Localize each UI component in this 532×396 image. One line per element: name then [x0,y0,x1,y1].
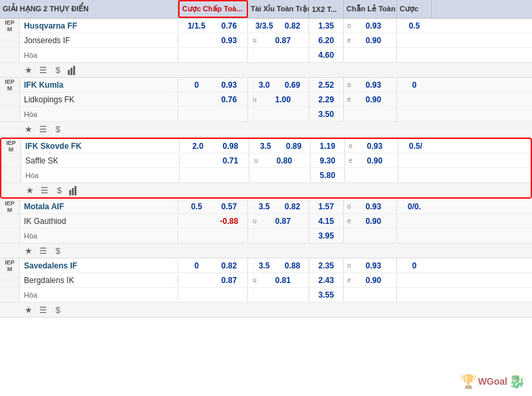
dollar-icon-match1[interactable]: $ [52,64,64,76]
dollar-icon-match4[interactable]: $ [52,245,64,257]
chan-val2-match5[interactable]: 0.90 [352,276,394,285]
x12-val3-match5[interactable]: 3.55 [311,290,342,300]
x12-val3-match3[interactable]: 5.80 [312,171,343,180]
chan-val1-match2[interactable]: 0.93 [352,80,394,90]
tai-val1-match5[interactable]: 0.88 [279,261,307,270]
cuoc-val1-match4[interactable]: 0/0. [398,202,430,211]
cuoc-val1-match5[interactable]: 0 [398,261,430,270]
team1-name-match1[interactable]: Husqvarna FF [24,21,77,31]
team2-name-match2[interactable]: Lidkopings FK [24,95,74,104]
tai-val1-match4[interactable]: 0.82 [279,202,307,211]
tai-val1-match2[interactable]: 0.69 [279,80,307,90]
chap-line-match5[interactable]: 0 [180,261,213,270]
x12-group1-match3: 1.19 [311,139,345,153]
x12-group3-match3: 5.80 [311,168,345,182]
team1-col-match2: IFK Kumla [20,79,178,91]
x12-val2-match2[interactable]: 2.29 [311,95,342,104]
list-icon-match1[interactable]: ☰ [37,64,49,76]
chan-val2-match3[interactable]: 0.90 [354,156,396,165]
cuoc-val1-match2[interactable]: 0 [398,80,430,90]
team2-name-match5[interactable]: Bergdalens IK [24,276,74,285]
chan-val2-match2[interactable]: 0.90 [352,95,394,104]
tai-line-match1[interactable]: 3/3.5 [250,21,279,31]
star-icon-match5[interactable]: ★ [23,304,35,316]
x12-val3-match4[interactable]: 3.95 [311,231,342,241]
x12-val1-match4[interactable]: 1.57 [311,202,342,211]
list-icon-match2[interactable]: ☰ [37,124,49,136]
chan-val1-match1[interactable]: 0.93 [352,21,394,31]
chap-line-match4[interactable]: 0.5 [180,202,213,211]
x12-val2-match1[interactable]: 6.20 [311,36,342,45]
chan-val2-match1[interactable]: 0.90 [352,36,394,45]
match-block-match3: IEPMIFK Skovde FK 2.0 0.98 3.5 0.89 1.19… [0,138,532,199]
cuoc-group2-match4 [397,214,432,228]
match-row-draw-match1: Hòa4.60 [0,48,532,62]
chap-val1-match1[interactable]: 0.76 [213,21,245,31]
tai-group2-match5: u 0.81 [248,273,309,287]
cuoc-val1-match3[interactable]: 0.5/ [400,142,432,151]
x12-val1-match2[interactable]: 2.52 [311,80,342,90]
dollar-icon-match3[interactable]: $ [53,185,65,197]
team1-name-match2[interactable]: IFK Kumla [24,80,63,90]
star-icon-match1[interactable]: ★ [23,64,35,76]
x12-group2-match4: 4.15 [309,214,344,228]
team1-name-match5[interactable]: Savedalens IF [24,261,77,270]
chap-val2-match4[interactable]: -0.88 [213,217,245,226]
x12-val1-match1[interactable]: 1.35 [311,21,342,31]
x12-val2-match5[interactable]: 2.43 [311,276,342,285]
tai-val2-match3[interactable]: 0.80 [261,156,308,165]
list-icon-match5[interactable]: ☰ [37,304,49,316]
tai-val1-match3[interactable]: 0.89 [280,142,309,151]
x12-val2-match3[interactable]: 9.30 [312,156,343,165]
x12-val2-match4[interactable]: 4.15 [311,217,342,226]
chap-val1-match4[interactable]: 0.57 [213,202,245,211]
tai-line-match5[interactable]: 3.5 [250,261,279,270]
star-icon-match3[interactable]: ★ [24,185,36,197]
team2-name-match1[interactable]: Jonsereds IF [24,36,70,45]
chap-line-match1[interactable]: 1/1.5 [180,21,213,31]
chan-val2-match4[interactable]: 0.90 [352,217,394,226]
chap-val2-match5[interactable]: 0.87 [213,276,245,285]
tai-val2-match1[interactable]: 0.87 [259,36,307,45]
team2-name-match3[interactable]: Saffle SK [25,156,59,165]
cuoc-val1-match1[interactable]: 0.5 [398,21,430,31]
chart-icon-match1[interactable] [66,64,78,76]
dollar-icon-match5[interactable]: $ [52,304,64,316]
x12-group2-match5: 2.43 [309,273,344,287]
star-icon-match4[interactable]: ★ [23,245,35,257]
cuoc-group1-match2: 0 [397,78,432,92]
chap-line-match3[interactable]: 2.0 [182,142,214,151]
header-chap[interactable]: Cược Chấp Toà... [178,0,248,18]
tai-val2-match4[interactable]: 0.87 [259,217,307,226]
tai-line-match3[interactable]: 3.5 [251,142,280,151]
chan-val1-match5[interactable]: 0.93 [352,261,394,270]
tai-val1-match1[interactable]: 0.82 [279,21,307,31]
meta-blank3-match3 [1,168,21,182]
team2-name-match4[interactable]: IK Gauthiod [24,217,66,226]
star-icon-match2[interactable]: ★ [23,124,35,136]
chan-val1-match4[interactable]: 0.93 [352,202,394,211]
x12-val1-match5[interactable]: 2.35 [311,261,342,270]
tai-line-match4[interactable]: 3.5 [250,202,279,211]
chap-line-match2[interactable]: 0 [180,80,213,90]
meta-label1: IEP [5,19,15,26]
x12-val1-match3[interactable]: 1.19 [312,142,343,151]
dollar-icon-match2[interactable]: $ [52,124,64,136]
chap-val1-match2[interactable]: 0.93 [213,80,245,90]
chap-val2-match3[interactable]: 0.71 [214,156,247,165]
chan-val1-match3[interactable]: 0.93 [354,142,396,151]
tai-val2-match2[interactable]: 1.00 [259,95,307,104]
chap-val1-match5[interactable]: 0.82 [213,261,245,270]
list-icon-match3[interactable]: ☰ [39,185,51,197]
chap-val2-match1[interactable]: 0.93 [213,36,245,45]
list-icon-match4[interactable]: ☰ [37,245,49,257]
chap-val2-match2[interactable]: 0.76 [213,95,245,104]
tai-val2-match5[interactable]: 0.81 [259,276,307,285]
x12-val3-match2[interactable]: 3.50 [311,110,342,119]
chart-icon-match3[interactable] [68,185,80,197]
x12-val3-match1[interactable]: 4.60 [311,50,342,60]
team1-name-match3[interactable]: IFK Skovde FK [25,142,82,151]
chap-val1-match3[interactable]: 0.98 [214,142,247,151]
team1-name-match4[interactable]: Motala AIF [24,202,64,211]
tai-line-match2[interactable]: 3.0 [250,80,279,90]
